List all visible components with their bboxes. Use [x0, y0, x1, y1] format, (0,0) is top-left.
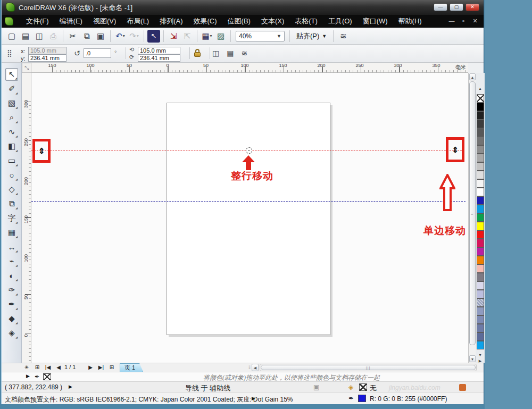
next-page-icon[interactable]: ▶ — [86, 364, 95, 371]
connector-tool[interactable]: ⌁◢ — [5, 255, 18, 268]
guideline-handle-right-icon[interactable]: ⇕ — [452, 145, 459, 155]
new-document-icon[interactable]: ▢ — [5, 30, 18, 43]
color-swatch[interactable] — [477, 230, 484, 239]
guideline-page-icon[interactable]: ▤ — [227, 49, 234, 57]
table-tool[interactable]: ▦◢ — [5, 226, 18, 239]
color-swatch[interactable] — [477, 162, 484, 171]
color-swatch[interactable] — [477, 213, 484, 222]
object-origin-icon[interactable]: ⣿ — [7, 49, 12, 57]
crop-tool[interactable]: ▧◢ — [5, 97, 18, 110]
mdi-close-icon[interactable]: ✕ — [471, 18, 479, 24]
paste-icon[interactable]: ▣ — [94, 30, 107, 43]
add-page-icon[interactable]: ⊞ — [32, 364, 42, 371]
mdi-minimize-icon[interactable]: — — [447, 18, 456, 24]
menu-item-6[interactable]: 位图(B) — [222, 15, 256, 28]
fill-none-swatch[interactable] — [359, 383, 367, 391]
color-swatch[interactable] — [477, 307, 484, 315]
doc-palette-flyout-icon[interactable]: ▶ — [26, 373, 30, 379]
options-lines-icon[interactable]: ≋ — [241, 49, 247, 57]
guideline-handle-left-icon[interactable]: ⇕ — [38, 146, 45, 156]
chevron-down-icon[interactable]: ▾ — [210, 34, 212, 38]
menu-item-0[interactable]: 文件(F) — [21, 15, 54, 28]
color-swatch[interactable] — [477, 120, 484, 128]
fill-bucket-icon[interactable]: ◈ — [348, 383, 353, 391]
color-swatch[interactable] — [477, 111, 484, 120]
color-swatch[interactable] — [477, 222, 484, 230]
guideline-blue-dashed[interactable] — [31, 201, 466, 202]
eyedropper-tool[interactable]: ✑◢ — [5, 283, 18, 296]
color-swatch[interactable] — [477, 256, 484, 264]
color-swatch[interactable] — [477, 154, 484, 162]
vertical-ruler[interactable]: 300250200150100500 — [22, 73, 31, 363]
application-launcher-icon[interactable]: ▦▾ — [201, 30, 213, 43]
color-swatch[interactable] — [477, 298, 484, 307]
undo-icon[interactable]: ↶▾ — [114, 30, 127, 43]
last-page-icon[interactable]: ▶| — [96, 364, 106, 371]
first-page-icon[interactable]: |◀ — [43, 364, 53, 371]
chevron-down-icon[interactable]: ▾ — [137, 34, 139, 38]
page-tab[interactable]: 页 1 — [120, 363, 143, 372]
scroll-up-icon[interactable]: ▲ — [469, 73, 476, 80]
menu-item-4[interactable]: 排列(A) — [154, 15, 188, 28]
snap-to-button[interactable]: 贴齐(P) ▼ — [293, 30, 330, 42]
color-swatch[interactable] — [477, 341, 484, 349]
menu-item-9[interactable]: 工具(O) — [323, 15, 358, 28]
color-swatch[interactable] — [477, 281, 484, 290]
color-swatch[interactable] — [477, 179, 484, 188]
menu-item-11[interactable]: 帮助(H) — [393, 15, 427, 28]
doc-palette-none-swatch[interactable] — [43, 373, 51, 380]
minimize-button[interactable]: — — [434, 3, 447, 11]
menu-item-10[interactable]: 窗口(W) — [358, 15, 393, 28]
color-swatch[interactable] — [477, 332, 484, 341]
freehand-tool[interactable]: ∿◢ — [5, 126, 18, 138]
maximize-button[interactable]: ▢ — [450, 3, 463, 11]
preset-guides-icon[interactable]: ◫ — [212, 49, 219, 57]
color-swatch[interactable] — [477, 205, 484, 213]
mdi-restore-icon[interactable]: ▫ — [459, 18, 468, 24]
dimension-tool[interactable]: ↔◢ — [5, 240, 18, 253]
save-icon[interactable]: ◫ — [33, 30, 46, 43]
interactive-fill-tool[interactable]: ◈◢ — [5, 327, 18, 339]
import-icon[interactable]: ⇲ — [167, 30, 180, 43]
menu-item-2[interactable]: 视图(V) — [88, 15, 121, 28]
outline-pen-tool[interactable]: ✒◢ — [5, 298, 18, 311]
rotation-angle-field[interactable] — [84, 48, 111, 58]
y-position-field[interactable] — [28, 54, 66, 62]
guideline-y-field[interactable] — [138, 54, 180, 62]
color-swatch[interactable] — [477, 239, 484, 247]
doc-palette-eyedropper-icon[interactable]: ✒ — [35, 373, 39, 380]
text-tool[interactable]: 字◢ — [5, 212, 18, 224]
shape-tool[interactable]: ✐◢ — [5, 82, 18, 95]
guideline-rotation-handle[interactable] — [246, 147, 252, 154]
copy-icon[interactable]: ⧉ — [80, 30, 93, 43]
color-swatch-none[interactable] — [477, 94, 484, 103]
menu-item-8[interactable]: 表格(T) — [289, 15, 323, 28]
fill-tool[interactable]: ◆◢ — [5, 312, 18, 325]
open-icon[interactable]: ▤ — [19, 30, 32, 43]
blend-tool[interactable]: ◐◢ — [5, 269, 18, 282]
color-swatch[interactable] — [477, 315, 484, 324]
menu-item-1[interactable]: 编辑(E) — [54, 15, 88, 28]
page-area[interactable] — [167, 103, 330, 335]
color-swatch[interactable] — [477, 264, 484, 273]
close-button[interactable]: ✕ — [466, 3, 479, 11]
color-swatch[interactable] — [477, 171, 484, 179]
color-swatch[interactable] — [477, 103, 484, 111]
coords-flyout-icon[interactable]: ▶ — [69, 384, 72, 389]
cut-icon[interactable]: ✂ — [66, 30, 79, 43]
menu-item-7[interactable]: 文本(X) — [256, 15, 289, 28]
polygon-tool[interactable]: ◇◢ — [5, 183, 18, 196]
welcome-screen-icon[interactable]: ▨ — [214, 30, 227, 43]
color-swatch[interactable] — [477, 273, 484, 281]
guideline-x-field[interactable] — [138, 47, 180, 54]
menu-item-5[interactable]: 效果(C) — [188, 15, 222, 28]
drawing-canvas[interactable]: ⇕ ⇕ 整行移动 单边移动 — [31, 73, 468, 363]
palette-scroll-up-icon[interactable]: ▲ — [477, 87, 484, 90]
smart-fill-tool[interactable]: ◧◢ — [5, 140, 18, 153]
vertical-scrollbar[interactable]: ▲ ≡ ▼ — [468, 73, 476, 363]
prev-page-icon[interactable]: ◀ — [54, 364, 63, 371]
color-swatch[interactable] — [477, 137, 484, 145]
horizontal-scrollbar[interactable]: ||| — [260, 364, 477, 371]
outline-color-swatch[interactable] — [358, 395, 366, 402]
zoom-level-combo[interactable]: 40% ▼ — [236, 31, 285, 41]
